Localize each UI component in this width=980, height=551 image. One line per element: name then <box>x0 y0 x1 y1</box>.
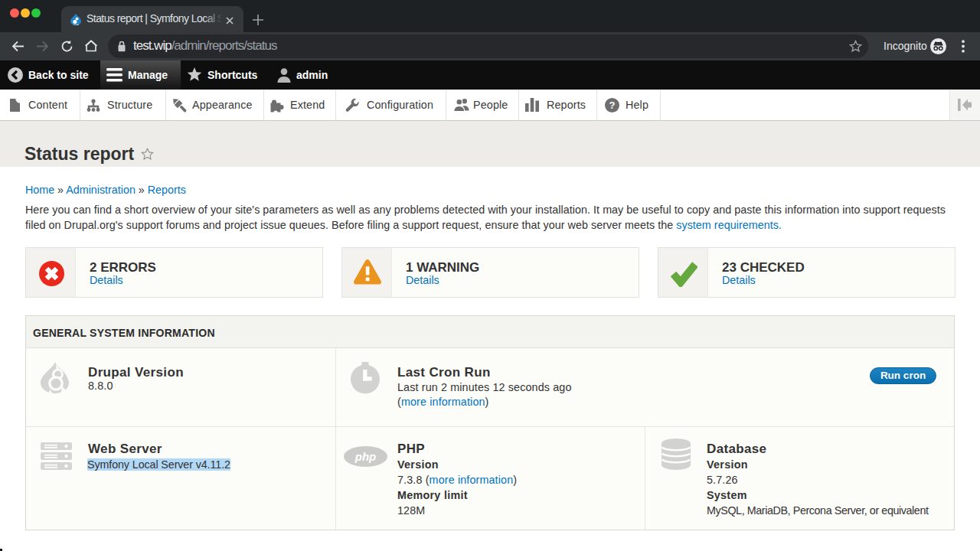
svg-text:?: ? <box>609 99 616 111</box>
svg-text:php: php <box>354 450 377 463</box>
